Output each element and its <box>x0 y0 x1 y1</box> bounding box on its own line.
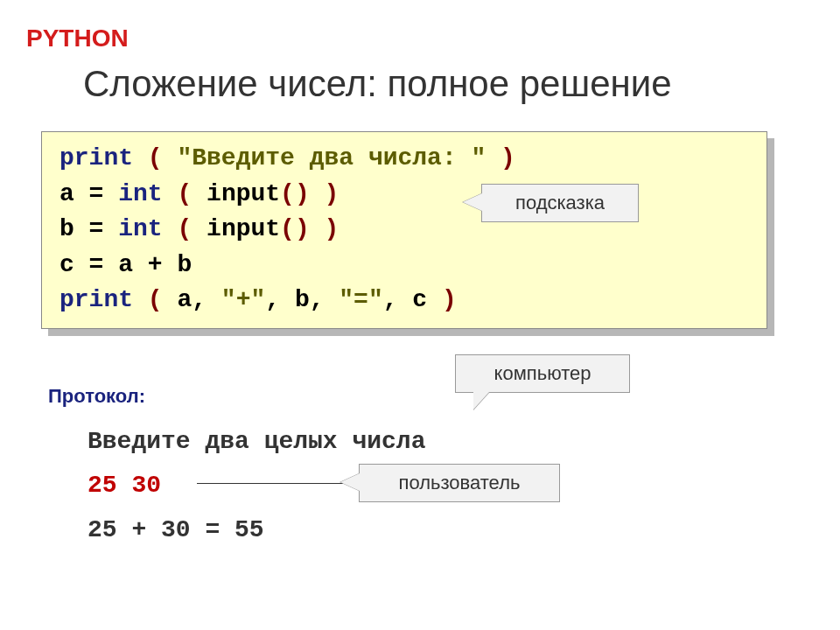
code-assign: = <box>74 215 118 242</box>
connector-line <box>197 483 359 484</box>
callout-user: пользователь <box>359 464 560 502</box>
code-var-a: a <box>60 180 74 207</box>
callout-computer: компьютер <box>455 354 630 393</box>
code-block: print ( "Введите два числа: " ) a = int … <box>41 131 767 329</box>
code-string: "Введите два числа: " <box>163 144 500 172</box>
language-label: PYTHON <box>26 24 129 52</box>
code-call-input: input <box>192 180 280 207</box>
code-paren-open: ( <box>177 215 192 242</box>
code-args: a, <box>163 286 221 313</box>
protocol-prompt-line: Введите два целых числа <box>88 420 425 464</box>
code-paren-close: ) <box>500 144 515 172</box>
code-paren-open: ( <box>177 180 192 207</box>
code-var-b: b <box>60 215 74 242</box>
code-call-input: input <box>192 215 280 242</box>
protocol-heading: Протокол: <box>48 385 145 408</box>
slide-title: Сложение чисел: полное решение <box>83 63 672 105</box>
code-args: , c <box>383 286 442 313</box>
code-paren-close: ) <box>442 286 457 313</box>
code-keyword-int: int <box>118 215 162 242</box>
code-keyword-print: print <box>60 144 133 172</box>
code-expr-sum: c = a + b <box>60 251 192 278</box>
code-paren-close: ) <box>310 180 340 207</box>
code-string: "=" <box>339 286 382 313</box>
callout-hint: подсказка <box>481 184 639 222</box>
protocol-result-line: 25 + 30 = 55 <box>88 508 425 552</box>
slide: PYTHON Сложение чисел: полное решение pr… <box>0 0 840 630</box>
code-parens: () <box>280 215 310 242</box>
code-paren-open: ( <box>148 144 163 172</box>
code-keyword-print: print <box>60 286 133 313</box>
code-args: , b, <box>265 286 339 313</box>
code-assign: = <box>74 180 118 207</box>
code-string: "+" <box>221 286 265 313</box>
code-keyword-int: int <box>118 180 162 207</box>
code-paren-close: ) <box>310 215 340 242</box>
code-parens: () <box>280 180 310 207</box>
code-paren-open: ( <box>148 286 163 313</box>
